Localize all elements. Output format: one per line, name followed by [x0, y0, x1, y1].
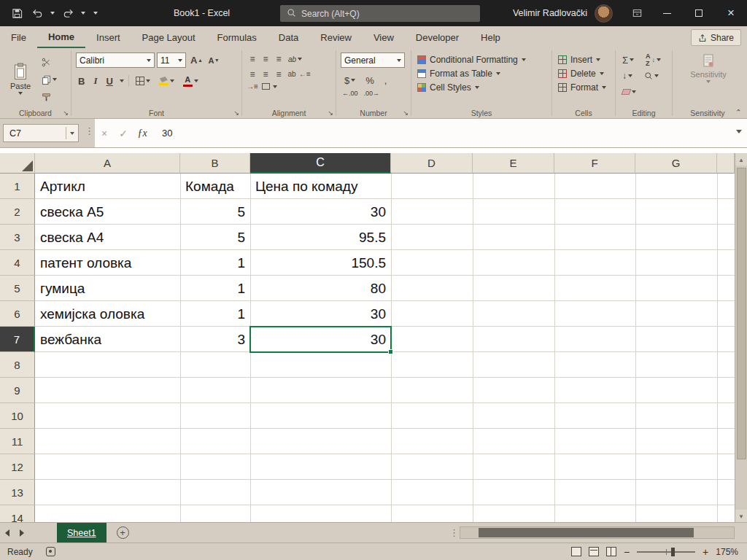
number-dialog-launcher-icon[interactable]: ↘: [403, 110, 409, 117]
font-color-button[interactable]: A: [181, 74, 201, 88]
cell-A6[interactable]: хемијска оловка: [35, 301, 180, 327]
scroll-down-icon[interactable]: ▾: [735, 510, 747, 522]
cells-area[interactable]: Артикл Комада Цена по комаду свеска А5 5…: [35, 174, 735, 522]
formula-input[interactable]: × ✓ ƒx 30: [95, 119, 747, 147]
align-center-icon[interactable]: ≡: [260, 70, 271, 79]
name-box[interactable]: C7: [3, 124, 79, 142]
font-dialog-launcher-icon[interactable]: ↘: [233, 110, 239, 117]
row-header-4[interactable]: 4: [0, 250, 35, 276]
font-size-combo[interactable]: 11: [157, 52, 186, 68]
sheet-tab-sheet1[interactable]: Sheet1: [57, 523, 107, 542]
borders-button[interactable]: [133, 74, 152, 88]
delete-cells-button[interactable]: Delete: [557, 66, 612, 80]
clipboard-dialog-launcher-icon[interactable]: ↘: [63, 110, 69, 117]
alignment-dialog-launcher-icon[interactable]: ↘: [328, 110, 333, 117]
copy-button[interactable]: [39, 72, 59, 87]
select-all-button[interactable]: [0, 153, 35, 174]
format-painter-button[interactable]: [39, 90, 59, 104]
horizontal-splitter[interactable]: ⋮: [449, 527, 459, 538]
percent-style-icon[interactable]: %: [363, 73, 376, 88]
normal-view-icon[interactable]: [571, 547, 581, 556]
cell-B6[interactable]: 1: [180, 301, 250, 327]
customize-qat-icon[interactable]: [89, 4, 102, 23]
row-header-3[interactable]: 3: [0, 225, 35, 250]
column-header-F[interactable]: F: [554, 153, 635, 174]
cell-B3[interactable]: 5: [180, 225, 250, 250]
cancel-entry-icon[interactable]: ×: [95, 128, 114, 139]
ribbon-display-options-icon[interactable]: [623, 4, 651, 23]
cell-B4[interactable]: 1: [180, 250, 250, 276]
horizontal-scrollbar[interactable]: [460, 526, 735, 539]
tab-developer[interactable]: Developer: [405, 26, 470, 48]
insert-function-icon[interactable]: ƒx: [133, 128, 152, 139]
confirm-entry-icon[interactable]: ✓: [114, 128, 133, 139]
zoom-slider[interactable]: [637, 551, 695, 553]
tab-home[interactable]: Home: [37, 26, 85, 48]
decrease-decimal-icon[interactable]: .00→: [364, 90, 380, 97]
row-header-2[interactable]: 2: [0, 199, 35, 225]
align-bottom-icon[interactable]: ≡: [273, 55, 285, 63]
sensitivity-button[interactable]: Sensitivity: [677, 54, 740, 83]
row-header-10[interactable]: 10: [0, 403, 35, 429]
maximize-button[interactable]: [683, 0, 715, 26]
vertical-scrollbar[interactable]: ▴ ▾: [735, 153, 747, 522]
column-header-G[interactable]: G: [635, 153, 717, 174]
merge-dropdown-icon[interactable]: [273, 85, 277, 88]
tab-file[interactable]: File: [0, 26, 37, 48]
clear-button[interactable]: [620, 85, 638, 99]
increase-decimal-icon[interactable]: ←.00: [342, 90, 358, 97]
column-header-C[interactable]: C: [250, 153, 391, 174]
align-top-icon[interactable]: ≡: [247, 55, 258, 63]
account-name[interactable]: Velimir Radlovački: [513, 8, 587, 18]
save-icon[interactable]: [7, 4, 26, 23]
page-break-view-icon[interactable]: [606, 547, 616, 556]
row-header-14[interactable]: 14: [0, 505, 35, 522]
cell-C1[interactable]: Цена по комаду: [250, 174, 391, 199]
expand-formula-bar-icon[interactable]: [736, 130, 742, 133]
prev-sheet-icon[interactable]: [5, 529, 9, 537]
undo-dropdown-icon[interactable]: [48, 4, 57, 23]
increase-font-icon[interactable]: A▴: [188, 53, 204, 68]
fill-color-button[interactable]: [157, 74, 177, 88]
row-header-8[interactable]: 8: [0, 352, 35, 378]
bold-button[interactable]: B: [76, 74, 87, 88]
insert-cells-button[interactable]: Insert: [557, 52, 612, 66]
tab-help[interactable]: Help: [470, 26, 511, 48]
italic-button[interactable]: I: [91, 74, 99, 88]
cell-styles-button[interactable]: Cell Styles: [416, 80, 549, 94]
format-cells-button[interactable]: Format: [557, 80, 612, 94]
column-header-B[interactable]: B: [180, 153, 250, 174]
cell-C2[interactable]: 30: [250, 199, 391, 225]
cell-B2[interactable]: 5: [180, 199, 250, 225]
cell-C4[interactable]: 150.5: [250, 250, 391, 276]
cell-A4[interactable]: патент оловка: [35, 250, 180, 276]
page-layout-view-icon[interactable]: [589, 547, 599, 556]
font-family-combo[interactable]: Calibri: [76, 52, 155, 68]
align-left-icon[interactable]: ≡: [247, 70, 258, 79]
fill-handle[interactable]: [388, 349, 393, 354]
horizontal-scroll-thumb[interactable]: [479, 528, 694, 537]
row-header-13[interactable]: 13: [0, 480, 35, 505]
next-sheet-icon[interactable]: [20, 529, 24, 537]
undo-button[interactable]: [28, 4, 47, 23]
tab-view[interactable]: View: [363, 26, 405, 48]
decrease-indent-icon[interactable]: ←≡: [299, 71, 311, 78]
share-button[interactable]: Share: [691, 29, 741, 46]
cell-A2[interactable]: свеска А5: [35, 199, 180, 225]
zoom-out-icon[interactable]: −: [624, 547, 630, 557]
autosum-button[interactable]: Σ: [620, 52, 636, 67]
row-header-9[interactable]: 9: [0, 378, 35, 403]
cell-B5[interactable]: 1: [180, 276, 250, 301]
tab-data[interactable]: Data: [268, 26, 309, 48]
paste-button[interactable]: Paste: [4, 51, 36, 106]
tab-formulas[interactable]: Formulas: [206, 26, 268, 48]
find-select-button[interactable]: [642, 69, 661, 83]
align-middle-icon[interactable]: ≡: [260, 55, 271, 63]
row-header-1[interactable]: 1: [0, 174, 35, 199]
sort-filter-button[interactable]: AZ↓: [643, 52, 663, 67]
fill-button[interactable]: ↓: [620, 69, 635, 83]
merge-center-icon[interactable]: [260, 82, 271, 91]
row-header-6[interactable]: 6: [0, 301, 35, 327]
redo-button[interactable]: [58, 4, 77, 23]
conditional-formatting-button[interactable]: Conditional Formatting: [416, 52, 549, 66]
